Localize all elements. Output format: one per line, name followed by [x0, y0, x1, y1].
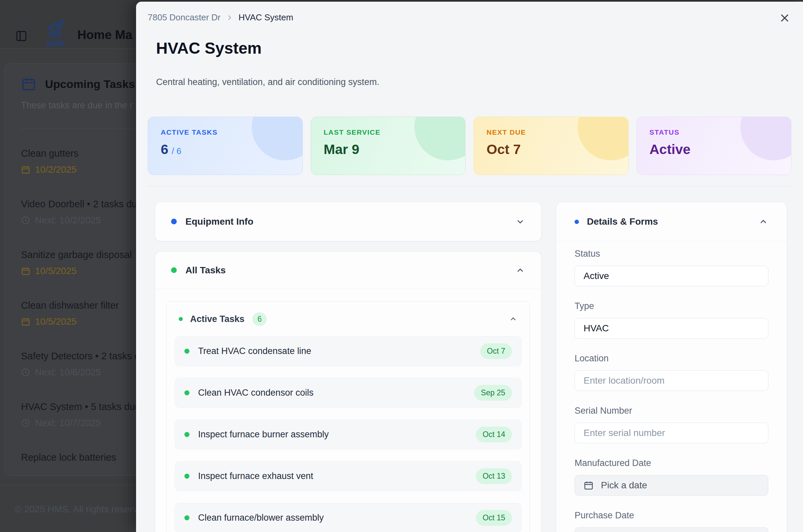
group-title: Active Tasks [190, 314, 244, 324]
count-badge: 6 [253, 312, 267, 326]
upcoming-tasks-title: Upcoming Tasks ( [45, 78, 142, 91]
all-tasks-header[interactable]: All Tasks [155, 252, 541, 289]
green-dot-icon [184, 474, 189, 479]
task-next-date: Next: 10/6/2025 [35, 367, 101, 378]
date-picker-placeholder: Pick a date [601, 480, 647, 491]
app-logo: HMS [45, 19, 67, 48]
footer-copyright: © 2025 HMS. All rights reserved [15, 504, 148, 515]
clock-icon [21, 216, 30, 225]
task-name: Clean furnace/blower assembly [198, 513, 324, 523]
stat-value: Active [650, 142, 691, 157]
breadcrumb-current: HVAC System [239, 12, 293, 23]
due-date-badge: Oct 15 [476, 510, 512, 526]
task-row[interactable]: Clean HVAC condensor coils Sep 25 [175, 378, 522, 408]
task-row[interactable]: Clean furnace/blower assembly Oct 15 [175, 503, 522, 532]
task-row[interactable]: Inspect furnace burner assembly Oct 14 [175, 420, 522, 449]
task-row[interactable]: Inspect furnace exhaust vent Oct 13 [175, 461, 522, 491]
stat-active-tasks: ACTIVE TASKS 6 / 6 [148, 117, 303, 175]
task-next-date: Next: 10/7/2025 [35, 418, 101, 428]
green-dot-icon [184, 349, 189, 354]
close-icon[interactable] [777, 10, 792, 26]
green-dot-icon [184, 515, 189, 520]
type-input[interactable] [575, 318, 768, 339]
section-title: Equipment Info [185, 216, 254, 227]
due-date-badge: Sep 25 [474, 385, 512, 401]
chevron-right-icon [226, 14, 233, 21]
divider [148, 186, 791, 186]
manufactured-date-picker[interactable]: Pick a date [575, 475, 768, 496]
section-title: All Tasks [185, 265, 226, 276]
clock-icon [21, 368, 30, 377]
task-name: Inspect furnace exhaust vent [198, 471, 313, 481]
blue-dot-icon [171, 218, 177, 224]
stat-cards: ACTIVE TASKS 6 / 6 LAST SERVICE Mar 9 NE… [148, 117, 791, 175]
stat-next-due: NEXT DUE Oct 7 [473, 117, 629, 175]
due-date-badge: Oct 7 [480, 343, 512, 359]
details-forms-header[interactable]: Details & Forms [575, 202, 768, 241]
logo-text: HMS [45, 39, 67, 48]
stat-status: STATUS Active [637, 117, 792, 175]
active-tasks-group: Active Tasks 6 Treat HVAC condensate lin… [166, 301, 530, 532]
page-title: HVAC System [156, 39, 262, 57]
location-label: Location [575, 353, 768, 364]
location-input[interactable] [575, 370, 768, 391]
due-date-badge: Oct 13 [476, 468, 512, 484]
green-dot-icon [179, 317, 183, 321]
chevron-up-icon[interactable] [515, 265, 525, 276]
status-label: Status [575, 249, 768, 259]
manufactured-date-label: Manufactured Date [575, 458, 768, 468]
active-tasks-header[interactable]: Active Tasks 6 [175, 309, 522, 329]
purchase-date-label: Purchase Date [575, 510, 768, 521]
task-name: Clean HVAC condensor coils [198, 388, 314, 398]
stat-value: 6 [161, 142, 168, 157]
status-input[interactable] [575, 266, 768, 286]
app-title: Home Ma [77, 28, 132, 42]
serial-number-label: Serial Number [575, 406, 768, 416]
divider [155, 289, 541, 289]
stat-total: / 6 [172, 146, 182, 156]
breadcrumb-property-link[interactable]: 7805 Doncaster Dr [148, 12, 220, 23]
type-label: Type [575, 301, 768, 311]
blue-dot-icon [575, 220, 579, 224]
green-dot-icon [184, 432, 189, 437]
breadcrumb: 7805 Doncaster Dr HVAC System [148, 12, 293, 23]
task-next-date: Next: 10/2/2025 [35, 215, 101, 226]
details-forms-panel: Details & Forms Status Type Location Ser… [556, 202, 787, 532]
task-due-date: 10/2/2025 [35, 164, 77, 175]
page-description: Central heating, ventilation, and air co… [156, 77, 379, 87]
chevron-up-icon[interactable] [758, 217, 768, 227]
task-name: Inspect furnace burner assembly [198, 429, 329, 440]
hvac-detail-modal: 7805 Doncaster Dr HVAC System HVAC Syste… [136, 2, 803, 532]
task-name: Treat HVAC condensate line [198, 346, 311, 356]
due-date-badge: Oct 14 [476, 427, 512, 442]
equipment-info-section[interactable]: Equipment Info [155, 202, 542, 241]
calendar-icon [21, 76, 36, 92]
stat-value: Mar 9 [324, 142, 359, 157]
green-dot-icon [171, 267, 177, 273]
task-row[interactable]: Treat HVAC condensate line Oct 7 [175, 336, 522, 366]
task-due-date: 10/5/2025 [35, 266, 77, 276]
calendar-icon [21, 165, 30, 174]
panel-title: Details & Forms [587, 216, 658, 227]
stat-value: Oct 7 [487, 142, 521, 157]
sidebar-toggle-icon[interactable] [15, 30, 27, 42]
serial-number-input[interactable] [575, 423, 768, 443]
purchase-date-picker[interactable] [575, 527, 768, 532]
clock-icon [21, 418, 30, 428]
green-dot-icon [184, 390, 189, 395]
task-due-date: 10/5/2025 [35, 316, 77, 327]
calendar-icon [21, 317, 30, 326]
chevron-down-icon[interactable] [515, 217, 525, 227]
chevron-up-icon[interactable] [509, 315, 518, 323]
house-wrench-icon [45, 19, 67, 40]
calendar-icon [21, 266, 30, 276]
stat-last-service: LAST SERVICE Mar 9 [311, 117, 466, 175]
all-tasks-section: All Tasks Active Tasks 6 [155, 251, 542, 532]
calendar-icon [583, 480, 594, 490]
